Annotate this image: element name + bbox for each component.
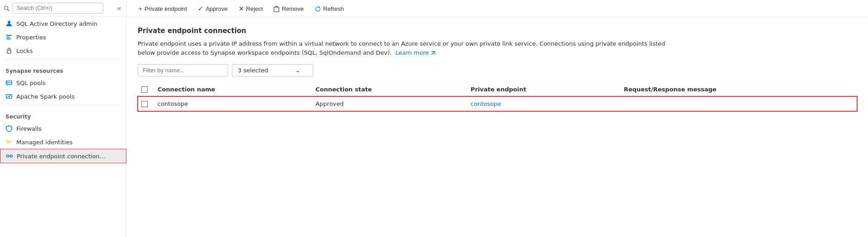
connection-name-header: Connection name (152, 82, 310, 96)
svg-line-1 (8, 9, 10, 11)
sidebar-item-label: Apache Spark pools (16, 93, 75, 100)
sidebar-collapse-button[interactable]: « (115, 4, 123, 13)
select-all-checkbox[interactable] (141, 86, 148, 93)
learn-more-link[interactable]: Learn more (395, 49, 436, 56)
sidebar-item-label: Managed identities (16, 139, 72, 146)
lock-icon (5, 47, 13, 54)
remove-button[interactable]: Remove (269, 3, 308, 14)
page-description: Private endpoint uses a private IP addre… (138, 39, 681, 57)
svg-point-10 (7, 83, 8, 84)
sidebar-item-label: Private endpoint connection... (17, 153, 105, 160)
svg-point-2 (8, 21, 10, 24)
sidebar-item-label: Firewalls (16, 125, 42, 132)
request-response-cell (619, 96, 857, 111)
private-endpoint-cell: contosope (465, 96, 618, 111)
synapse-resources-section-label: Synapse resources (0, 62, 126, 76)
private-endpoint-link[interactable]: contosope (470, 100, 501, 107)
svg-point-15 (7, 155, 9, 157)
divider-1 (5, 59, 121, 60)
divider-2 (5, 105, 121, 105)
svg-point-9 (7, 81, 8, 82)
sidebar-item-sql-active-directory[interactable]: SQL Active Directory admin (0, 17, 126, 30)
key-icon (5, 138, 13, 146)
sidebar-item-label: SQL pools (16, 80, 45, 86)
spark-icon (5, 93, 13, 100)
connection-state-header: Connection state (310, 82, 465, 96)
cross-icon: ✕ (239, 5, 244, 12)
sidebar-item-firewalls[interactable]: Firewalls (0, 122, 126, 135)
private-endpoint-button[interactable]: + Private endpoint (134, 3, 192, 14)
row-checkbox-cell (138, 96, 152, 111)
security-section-label: Security (0, 107, 126, 122)
connection-name-cell: contosope (152, 96, 310, 111)
sidebar: « SQL Active Directory admin Properties … (0, 0, 127, 237)
connections-table: Connection name Connection state Private… (138, 82, 857, 111)
approve-btn-label: Approve (206, 5, 227, 12)
remove-btn-label: Remove (282, 5, 303, 12)
svg-rect-6 (7, 50, 11, 53)
toolbar: + Private endpoint ✓ Approve ✕ Reject Re… (127, 0, 868, 18)
refresh-btn-label: Refresh (323, 5, 344, 12)
search-input[interactable] (13, 3, 103, 14)
shield-icon (5, 125, 13, 132)
svg-rect-3 (6, 35, 12, 36)
svg-rect-18 (274, 7, 279, 12)
row-checkbox[interactable] (141, 101, 148, 107)
request-response-header: Request/Response message (619, 82, 857, 96)
private-endpoint-btn-label: Private endpoint (144, 5, 187, 12)
table-row: contosope Approved contosope (138, 96, 857, 111)
sidebar-item-label: SQL Active Directory admin (16, 20, 97, 27)
sidebar-item-properties[interactable]: Properties (0, 30, 126, 44)
filter-dropdown[interactable]: 3 selected ⌄ (232, 64, 313, 76)
sidebar-item-private-endpoint-connection[interactable]: Private endpoint connection... (0, 149, 126, 163)
table-header-row: Connection name Connection state Private… (138, 82, 857, 96)
svg-rect-4 (6, 37, 10, 38)
sidebar-item-locks[interactable]: Locks (0, 44, 126, 57)
svg-rect-5 (6, 38, 11, 39)
dropdown-label: 3 selected (238, 67, 268, 74)
refresh-button[interactable]: Refresh (310, 3, 349, 14)
refresh-icon (315, 5, 321, 12)
learn-more-label: Learn more (395, 49, 429, 56)
private-endpoint-header: Private endpoint (465, 82, 618, 96)
sidebar-item-apache-spark-pools[interactable]: Apache Spark pools (0, 90, 126, 103)
page-content: Private endpoint connection Private endp… (127, 18, 868, 237)
person-icon (5, 20, 13, 27)
main-content-area: + Private endpoint ✓ Approve ✕ Reject Re… (127, 0, 868, 237)
sidebar-item-label: Properties (16, 34, 46, 41)
trash-icon (273, 5, 279, 12)
endpoint-icon (6, 152, 13, 160)
svg-point-12 (7, 141, 10, 143)
checkmark-icon: ✓ (198, 5, 203, 12)
sidebar-search-container: « (0, 0, 126, 17)
properties-icon (5, 33, 13, 41)
sidebar-item-label: Locks (16, 47, 33, 54)
filter-name-input[interactable] (138, 64, 228, 76)
reject-button[interactable]: ✕ Reject (234, 3, 268, 14)
sidebar-scroll-area: SQL Active Directory admin Properties Lo… (0, 17, 126, 237)
plus-icon: + (139, 5, 142, 12)
reject-btn-label: Reject (246, 5, 263, 12)
approve-button[interactable]: ✓ Approve (193, 3, 232, 14)
filter-row: 3 selected ⌄ (138, 64, 857, 76)
svg-point-16 (10, 155, 13, 157)
sql-icon (5, 79, 13, 86)
svg-point-0 (5, 6, 8, 10)
select-all-header (138, 82, 152, 96)
chevron-down-icon: ⌄ (295, 67, 300, 74)
connection-state-cell: Approved (310, 96, 465, 111)
sidebar-item-managed-identities[interactable]: Managed identities (0, 135, 126, 149)
search-icon (4, 5, 10, 12)
page-title: Private endpoint connection (138, 27, 857, 35)
sidebar-item-sql-pools[interactable]: SQL pools (0, 76, 126, 90)
svg-line-22 (432, 52, 435, 55)
